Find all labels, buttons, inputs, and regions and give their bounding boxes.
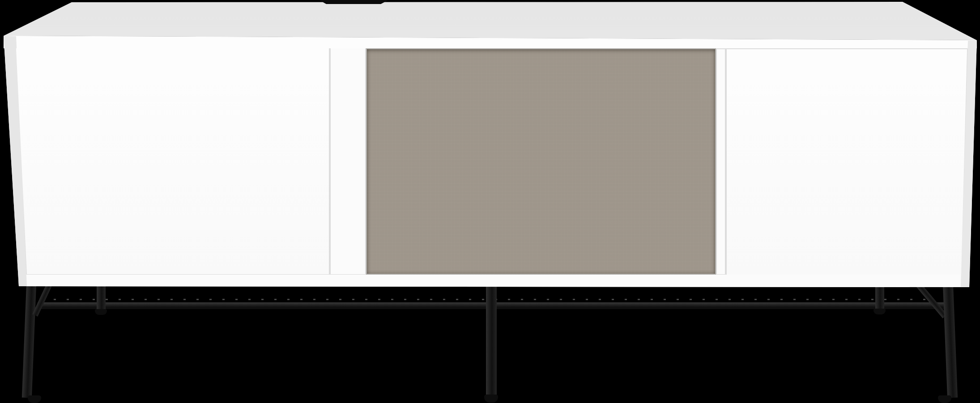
mid-divider-panel	[331, 48, 365, 274]
center-foot	[484, 395, 498, 403]
right-door-panel	[727, 49, 967, 275]
right-divider-panel	[717, 49, 725, 274]
rear-left-leg	[97, 285, 106, 311]
front-left-foot	[28, 395, 41, 403]
front-right-foot	[938, 395, 951, 403]
rear-right-foot	[873, 309, 886, 314]
speaker-fabric-panel	[367, 49, 715, 274]
product-photo-stage	[0, 0, 980, 403]
right-diagonal-brace	[916, 283, 947, 318]
left-door-panel	[16, 48, 329, 274]
front-right-leg	[943, 285, 958, 398]
rear-right-leg	[875, 285, 884, 311]
center-leg	[486, 286, 497, 397]
rear-left-foot	[95, 309, 107, 315]
front-left-leg	[22, 285, 36, 398]
